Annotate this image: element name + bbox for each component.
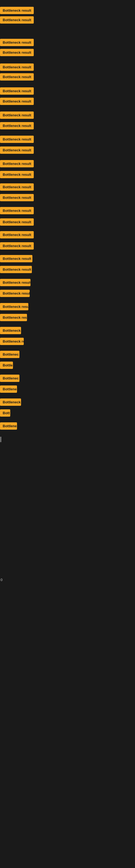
bottom-character: 0 bbox=[1, 578, 2, 582]
bottleneck-result-item: Bottleneck result bbox=[0, 171, 34, 178]
bottleneck-result-item: Bottleneck result bbox=[0, 147, 34, 154]
bottleneck-result-item: Bottle bbox=[0, 362, 13, 369]
site-title bbox=[0, 0, 135, 4]
bottleneck-result-item: Bottlene bbox=[0, 422, 17, 430]
bottleneck-result-item: Bottleneck result bbox=[0, 7, 34, 14]
bottleneck-result-item: Bottleneck result bbox=[0, 194, 34, 201]
text-cursor bbox=[1, 437, 1, 442]
bottleneck-result-item: Bottleneck result bbox=[0, 16, 34, 24]
bottleneck-result-item: Bottleneck result bbox=[0, 87, 34, 95]
bottleneck-result-item: Bottleneck result bbox=[0, 266, 32, 273]
bottleneck-result-item: Bottleneck bbox=[0, 399, 21, 406]
bottleneck-result-item: Bottleneck result bbox=[0, 207, 34, 214]
bottleneck-result-item: Bottleneck resu bbox=[0, 314, 27, 321]
bottleneck-result-item: Bottleneck result bbox=[0, 231, 34, 239]
bottleneck-result-item: Bottleneck result bbox=[0, 290, 30, 297]
bottleneck-result-item: Bott bbox=[0, 409, 10, 416]
bottleneck-result-item: Bottleneck result bbox=[0, 112, 34, 119]
bottleneck-result-item: Bottleneck result bbox=[0, 183, 34, 191]
bottleneck-result-item: Bottleneck result bbox=[0, 135, 34, 143]
bottleneck-result-item: Bottleneck result bbox=[0, 63, 34, 71]
bottleneck-result-item: Bottleneck bbox=[0, 327, 21, 334]
bottleneck-result-item: Bottlene bbox=[0, 385, 17, 393]
bottleneck-result-item: Bottleneck result bbox=[0, 49, 34, 56]
bottleneck-result-item: Bottleneck result bbox=[0, 98, 34, 105]
bottleneck-result-item: Bottleneck result bbox=[0, 39, 34, 46]
bottleneck-result-item: Bottleneck result bbox=[0, 218, 34, 226]
bottleneck-result-item: Bottleneck result bbox=[0, 160, 34, 167]
bottleneck-result-item: Bottleneck result bbox=[0, 242, 34, 250]
bottleneck-result-item: Bottleneck re bbox=[0, 338, 24, 345]
bottleneck-result-item: Bottleneck result bbox=[0, 303, 28, 310]
bottleneck-result-item: Bottleneck result bbox=[0, 122, 34, 129]
bottleneck-result-item: Bottleneck result bbox=[0, 279, 31, 286]
bottleneck-result-item: Bottleneck result bbox=[0, 73, 34, 81]
bottleneck-result-item: Bottleneck result bbox=[0, 255, 32, 262]
bottleneck-result-item: Bottlenec bbox=[0, 351, 19, 358]
bottleneck-result-item: Bottlenec bbox=[0, 375, 19, 382]
